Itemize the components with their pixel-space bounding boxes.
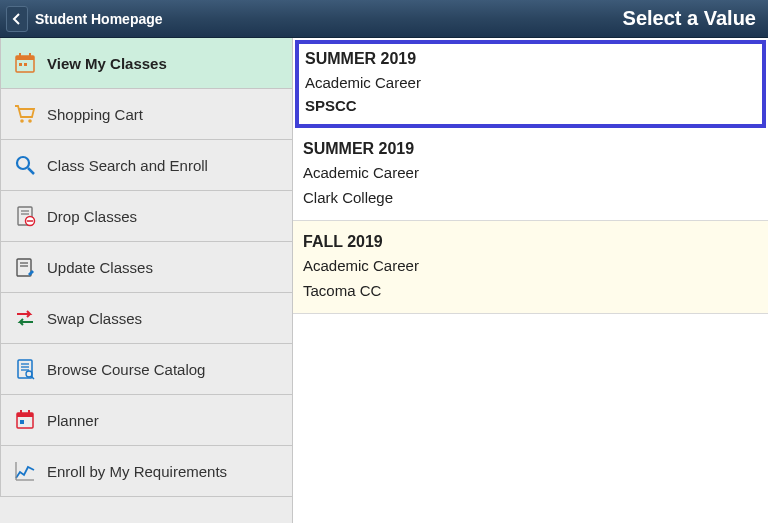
page-header: Student Homepage Select a Value bbox=[0, 0, 768, 38]
nav-label: Enroll by My Requirements bbox=[47, 463, 227, 480]
catalog-icon bbox=[13, 357, 37, 381]
svg-point-8 bbox=[17, 157, 29, 169]
nav-label: Browse Course Catalog bbox=[47, 361, 205, 378]
back-button[interactable] bbox=[6, 6, 28, 32]
nav-shopping-cart[interactable]: Shopping Cart bbox=[0, 89, 292, 140]
term-school: SPSCC bbox=[305, 97, 756, 114]
swap-icon bbox=[13, 306, 37, 330]
back-label: Student Homepage bbox=[32, 11, 163, 27]
term-title: SUMMER 2019 bbox=[303, 140, 758, 158]
svg-rect-4 bbox=[19, 63, 22, 66]
svg-rect-1 bbox=[16, 56, 34, 60]
chevron-left-icon bbox=[12, 13, 22, 25]
svg-rect-5 bbox=[24, 63, 27, 66]
back-navigation[interactable]: Student Homepage bbox=[6, 6, 163, 32]
svg-rect-25 bbox=[17, 413, 33, 417]
term-school: Clark College bbox=[303, 189, 758, 206]
nav-label: Class Search and Enroll bbox=[47, 157, 208, 174]
cart-icon bbox=[13, 102, 37, 126]
nav-update-classes[interactable]: Update Classes bbox=[0, 242, 292, 293]
search-icon bbox=[13, 153, 37, 177]
sidebar-nav: View My Classes Shopping Cart Class Sear… bbox=[0, 38, 293, 523]
nav-class-search-enroll[interactable]: Class Search and Enroll bbox=[0, 140, 292, 191]
term-card[interactable]: FALL 2019 Academic Career Tacoma CC bbox=[293, 221, 768, 314]
update-icon bbox=[13, 255, 37, 279]
nav-label: Drop Classes bbox=[47, 208, 137, 225]
term-career: Academic Career bbox=[303, 162, 758, 183]
nav-view-my-classes[interactable]: View My Classes bbox=[0, 38, 292, 89]
term-list: SUMMER 2019 Academic Career SPSCC SUMMER… bbox=[293, 38, 768, 523]
nav-enroll-requirements[interactable]: Enroll by My Requirements bbox=[0, 446, 292, 497]
nav-planner[interactable]: Planner bbox=[0, 395, 292, 446]
svg-rect-2 bbox=[19, 53, 21, 57]
calendar-icon bbox=[13, 51, 37, 75]
svg-rect-18 bbox=[18, 360, 32, 378]
svg-line-9 bbox=[28, 168, 34, 174]
svg-point-6 bbox=[20, 119, 24, 123]
term-title: SUMMER 2019 bbox=[305, 50, 756, 68]
nav-label: View My Classes bbox=[47, 55, 167, 72]
term-title: FALL 2019 bbox=[303, 233, 758, 251]
page-title: Select a Value bbox=[623, 7, 756, 30]
term-card[interactable]: SUMMER 2019 Academic Career Clark Colleg… bbox=[293, 128, 768, 221]
nav-label: Shopping Cart bbox=[47, 106, 143, 123]
term-school: Tacoma CC bbox=[303, 282, 758, 299]
svg-rect-28 bbox=[20, 420, 24, 424]
nav-swap-classes[interactable]: Swap Classes bbox=[0, 293, 292, 344]
nav-browse-catalog[interactable]: Browse Course Catalog bbox=[0, 344, 292, 395]
svg-rect-26 bbox=[20, 410, 22, 414]
svg-point-7 bbox=[28, 119, 32, 123]
nav-drop-classes[interactable]: Drop Classes bbox=[0, 191, 292, 242]
term-card-selected[interactable]: SUMMER 2019 Academic Career SPSCC bbox=[295, 40, 766, 128]
term-career: Academic Career bbox=[305, 72, 756, 93]
nav-label: Planner bbox=[47, 412, 99, 429]
drop-icon bbox=[13, 204, 37, 228]
nav-label: Swap Classes bbox=[47, 310, 142, 327]
requirements-icon bbox=[13, 459, 37, 483]
svg-rect-27 bbox=[28, 410, 30, 414]
nav-label: Update Classes bbox=[47, 259, 153, 276]
term-career: Academic Career bbox=[303, 255, 758, 276]
planner-icon bbox=[13, 408, 37, 432]
svg-rect-3 bbox=[29, 53, 31, 57]
